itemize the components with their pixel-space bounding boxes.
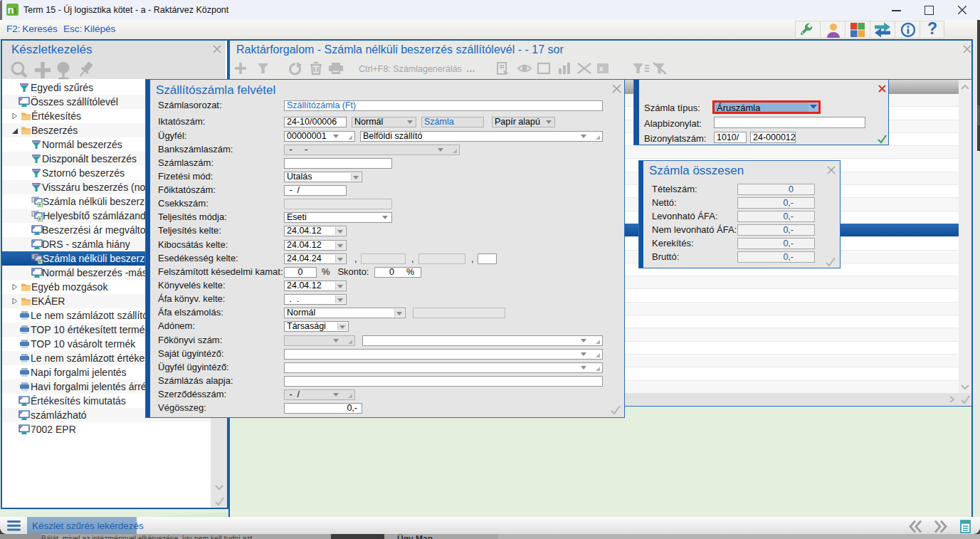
- svg-text:x: x: [599, 65, 604, 73]
- svg-text:Ctrl+F8: Számlagenerálás: Ctrl+F8: Számlagenerálás: [359, 64, 462, 74]
- svg-text:...: ...: [466, 62, 475, 74]
- svg-text:n: n: [8, 4, 14, 16]
